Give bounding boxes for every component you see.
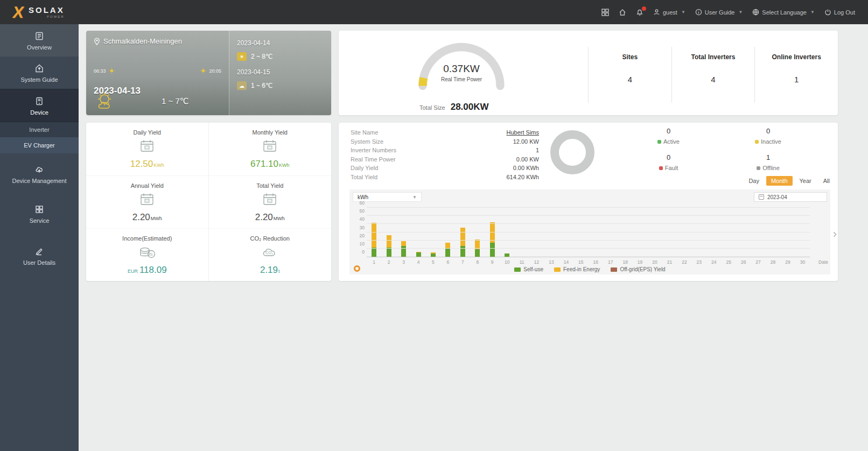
x-axis-tick: 25: [722, 259, 736, 265]
top-navbar: X SOLAX POWER guest ▼: [0, 0, 868, 24]
yield-tile-icon: [262, 193, 278, 207]
bar-stack[interactable]: [445, 243, 450, 257]
range-button-day[interactable]: Day: [744, 176, 764, 186]
range-button-month[interactable]: Month: [766, 176, 793, 186]
real-time-power-label: Real Time Power: [413, 76, 510, 82]
bar-segment: [387, 235, 391, 248]
status-dot-icon: [755, 140, 759, 144]
cloud-upload-icon: [34, 165, 44, 174]
x-axis-tick: 5: [426, 259, 440, 265]
gridline: [367, 240, 810, 241]
bar-segment: [387, 248, 391, 257]
sunrise-time: 06:33: [94, 67, 115, 74]
x-axis-tick: 3: [396, 259, 411, 265]
yield-tile-label: Annual Yield: [86, 182, 208, 189]
yield-summary-card: Daily Yield12.50KWhMonthly Yield671.10KW…: [86, 123, 331, 281]
home-icon[interactable]: [619, 9, 626, 16]
status-item-offline: 1Offline: [718, 153, 818, 171]
brand-name: SOLAX: [29, 6, 65, 14]
site-detail-card: Site NameHubert SimsSystem Size12.00 KWI…: [339, 123, 838, 281]
brand-logo[interactable]: X SOLAX POWER: [13, 4, 65, 20]
bar-stack[interactable]: [431, 252, 436, 257]
x-axis-tick: 21: [662, 259, 677, 265]
x-axis-tick: 15: [573, 259, 588, 265]
service-icon: [34, 205, 44, 214]
range-button-year[interactable]: Year: [795, 176, 816, 186]
y-axis-tick: 60: [352, 200, 365, 206]
sidebar-item-device[interactable]: Device: [0, 89, 79, 122]
yield-tile-label: Income(Estimated): [86, 235, 208, 242]
chevron-down-icon: ▼: [412, 195, 417, 200]
sun-cloud-icon: [94, 91, 120, 111]
notification-badge: [642, 6, 646, 11]
chart-legend: Self-useFeed-in EnergyOff-grid(EPS) Yiel…: [349, 266, 830, 272]
weather-forecast: 2023-04-14 ☀ 2 ~ 8℃ 2023-04-15 ☁ 1 ~ 6℃: [229, 31, 331, 115]
y-axis-tick: 20: [352, 233, 365, 238]
yield-tile-value: 671.10KWh: [209, 159, 332, 170]
x-axis-tick: 20: [647, 259, 662, 265]
gridline: [367, 207, 810, 208]
yield-tile-label: Total Yield: [209, 182, 332, 189]
bar-stack[interactable]: [387, 235, 391, 257]
language-menu[interactable]: Select Language ▼: [752, 9, 815, 16]
bar-segment: [490, 243, 495, 257]
inverter-status-donut: [550, 130, 594, 174]
stat-sites: Sites 4: [588, 47, 671, 103]
submenu-item-ev-charger[interactable]: EV Charger: [0, 137, 79, 153]
site-name-link[interactable]: Hubert Sims: [506, 128, 539, 137]
total-size-value: 28.00KW: [451, 102, 489, 112]
yield-chart: kWh ▼ 2023-04 12345678910111213141516171…: [349, 189, 830, 274]
bar-stack[interactable]: [505, 253, 509, 257]
yield-tile-icon: [262, 139, 278, 153]
sunset-time: 20:05: [200, 67, 221, 74]
submenu-item-inverter[interactable]: Inverter: [0, 122, 79, 137]
notifications-bell-icon[interactable]: [636, 9, 643, 16]
location-pin-icon: [94, 38, 100, 45]
forecast-date: 2023-04-15: [237, 68, 324, 76]
range-button-all[interactable]: All: [818, 176, 835, 186]
yield-tile-value: 2.19t: [209, 265, 332, 276]
legend-swatch-icon: [514, 267, 521, 272]
status-grid: 0Active0Inactive0Fault1Offline: [619, 127, 818, 171]
yield-tile: Monthly Yield671.10KWh: [209, 123, 332, 175]
yield-tile-label: Monthly Yield: [209, 129, 332, 136]
status-item-fault: 0Fault: [619, 153, 718, 171]
chevron-down-icon: ▼: [738, 10, 743, 15]
yield-tile-icon: [139, 193, 155, 207]
chart-tool-dot-icon[interactable]: [354, 265, 360, 272]
status-dot-icon: [757, 166, 760, 170]
sidebar-item-service[interactable]: Service: [0, 198, 79, 230]
sidebar-item-device-management[interactable]: Device Management: [0, 158, 79, 190]
sidebar-item-user-details[interactable]: User Details: [0, 239, 79, 272]
site-info-row: Total Yield614.20 KWh: [351, 173, 539, 182]
x-axis-tick: 6: [440, 259, 455, 265]
date-picker[interactable]: 2023-04: [754, 192, 827, 202]
sidebar-item-label: Service: [30, 217, 50, 224]
bar-segment: [460, 228, 465, 246]
x-axis-tick: 10: [500, 259, 514, 265]
user-menu[interactable]: guest ▼: [653, 9, 685, 16]
user-guide-menu[interactable]: User Guide ▼: [695, 9, 743, 16]
svg-text:S: S: [150, 252, 153, 257]
bar-stack[interactable]: [416, 252, 421, 257]
legend-item[interactable]: Self-use: [514, 266, 543, 272]
legend-item[interactable]: Off-grid(EPS) Yield: [611, 266, 665, 272]
x-axis-tick: 26: [736, 259, 751, 265]
chevron-right-icon[interactable]: ›: [833, 228, 837, 240]
sidebar-item-system-guide[interactable]: System Guide: [0, 57, 79, 89]
yield-tile-label: Daily Yield: [86, 129, 208, 136]
x-axis-tick: 9: [485, 259, 500, 265]
svg-text:CO₂: CO₂: [265, 250, 273, 255]
real-time-power-value: 0.37KW: [413, 63, 510, 75]
y-axis-tick: 30: [352, 225, 365, 230]
bar-stack[interactable]: [401, 241, 406, 257]
sidebar-item-overview[interactable]: Overview: [0, 24, 79, 57]
site-info-row: Daily Yield0.00 KWh: [351, 164, 539, 173]
chevron-down-icon: ▼: [681, 10, 685, 15]
site-info-list: Site NameHubert SimsSystem Size12.00 KWI…: [351, 128, 539, 181]
status-item-inactive: 0Inactive: [718, 127, 818, 145]
apps-icon[interactable]: [601, 9, 609, 16]
forecast-weather-icon: ☁: [237, 81, 247, 90]
logout-button[interactable]: Log Out: [824, 9, 855, 16]
legend-item[interactable]: Feed-in Energy: [554, 266, 600, 272]
